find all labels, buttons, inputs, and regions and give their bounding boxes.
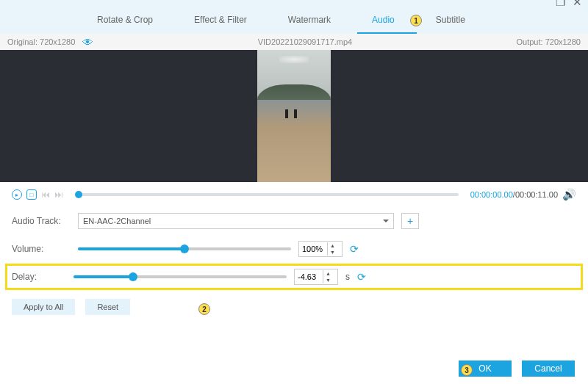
volume-slider[interactable]: [78, 247, 291, 250]
window-restore-icon[interactable]: ❐: [556, 0, 565, 9]
volume-input[interactable]: ▲▼: [298, 241, 343, 257]
annotation-2: 2: [198, 303, 210, 315]
delay-highlight: Delay: ▲▼ s ⟳: [5, 264, 583, 290]
output-size-label: Output: 720x1280: [517, 37, 581, 46]
delay-up-icon[interactable]: ▲: [323, 270, 333, 277]
play-icon[interactable]: ▸: [12, 189, 22, 200]
timeline-slider[interactable]: [75, 193, 459, 196]
annotation-3: 3: [461, 364, 473, 376]
volume-reset-icon[interactable]: ⟳: [350, 243, 359, 255]
timecode: 00:00:00.00/00:00:11.00: [470, 190, 558, 199]
tab-rotate-crop[interactable]: Rotate & Crop: [96, 7, 154, 32]
audio-track-label: Audio Track:: [12, 216, 71, 226]
volume-label: Volume:: [12, 244, 71, 254]
video-preview: [0, 50, 588, 182]
filename-label: VID20221029091717.mp4: [258, 37, 352, 46]
volume-up-icon[interactable]: ▲: [328, 242, 337, 249]
tab-subtitle[interactable]: Subtitle: [434, 7, 467, 32]
delay-down-icon[interactable]: ▼: [323, 277, 333, 283]
delay-reset-icon[interactable]: ⟳: [357, 271, 366, 283]
tab-effect-filter[interactable]: Effect & Filter: [193, 7, 248, 32]
tab-audio[interactable]: Audio: [370, 7, 396, 32]
next-frame-icon[interactable]: ⏭: [54, 189, 63, 200]
delay-slider[interactable]: [74, 275, 287, 278]
apply-all-button[interactable]: Apply to All: [12, 299, 75, 315]
reset-button[interactable]: Reset: [85, 299, 130, 315]
cancel-button[interactable]: Cancel: [522, 361, 575, 377]
prev-frame-icon[interactable]: ⏮: [41, 189, 50, 200]
volume-down-icon[interactable]: ▼: [328, 249, 337, 256]
stop-icon[interactable]: □: [26, 189, 37, 200]
original-size-label: Original: 720x1280: [7, 37, 75, 46]
annotation-1: 1: [410, 15, 422, 26]
delay-input[interactable]: ▲▼: [294, 269, 338, 285]
delay-unit: s: [345, 272, 350, 282]
volume-icon[interactable]: 🔊: [562, 188, 576, 201]
window-close-icon[interactable]: ✕: [573, 0, 582, 9]
video-thumbnail: [257, 50, 331, 182]
chevron-down-icon: [383, 220, 389, 225]
audio-track-select[interactable]: EN-AAC-2Channel: [78, 213, 394, 229]
delay-label: Delay:: [12, 272, 66, 282]
preview-toggle-icon[interactable]: 👁: [82, 36, 93, 48]
tab-watermark[interactable]: Watermark: [287, 7, 332, 32]
tab-bar: Rotate & Crop Effect & Filter Watermark …: [0, 6, 588, 34]
add-track-button[interactable]: +: [401, 213, 419, 229]
